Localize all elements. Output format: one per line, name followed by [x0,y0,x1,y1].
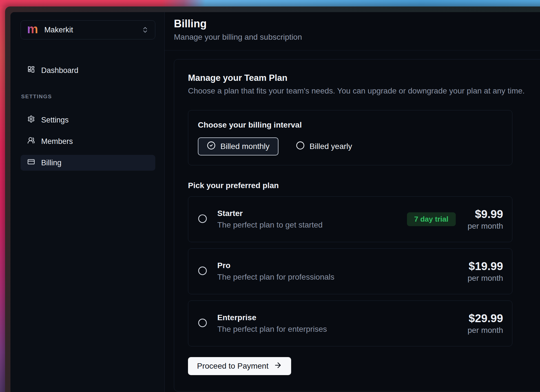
sidebar-item-settings[interactable]: Settings [21,112,155,128]
circle-check-icon [207,141,216,152]
plan-row-enterprise[interactable]: Enterprise The perfect plan for enterpri… [188,300,512,346]
sidebar-item-label: Settings [41,116,69,124]
billed-yearly-label: Billed yearly [309,142,352,151]
plan-info: Enterprise The perfect plan for enterpri… [217,313,327,334]
price-block: $19.99 per month [468,260,503,283]
sidebar-item-billing[interactable]: Billing [21,155,155,171]
plan-description: The perfect plan for enterprises [217,325,327,334]
page-header: Billing Manage your billing and subscrip… [165,12,540,50]
plan-row-starter[interactable]: Starter The perfect plan to get started … [188,196,512,242]
plan-right: $19.99 per month [468,260,503,283]
plan-name: Pro [217,261,335,270]
team-selector[interactable]: m Makerkit [21,20,155,39]
billing-interval-options: Billed monthly Billed yearly [198,137,503,155]
sidebar-item-label: Billing [41,159,61,167]
plan-radio[interactable] [198,214,207,224]
price-block: $9.99 per month [468,208,503,231]
plan-price: $29.99 [468,312,503,325]
billed-monthly-option[interactable]: Billed monthly [198,137,278,155]
plan-price: $9.99 [468,208,503,220]
desktop-wallpaper-top [0,0,540,7]
sidebar-item-label: Members [41,137,73,146]
team-plan-card: Manage your Team Plan Choose a plan that… [174,59,540,391]
makerkit-logo-icon: m [27,23,38,35]
plan-row-pro[interactable]: Pro The perfect plan for professionals $… [188,248,512,294]
sidebar-item-members[interactable]: Members [21,133,155,149]
card-subtitle: Choose a plan that fits your team's need… [188,86,540,95]
gear-icon [27,115,35,125]
plan-info: Pro The perfect plan for professionals [217,261,335,282]
plan-right: 7 day trial $9.99 per month [407,208,503,231]
arrow-right-icon [274,361,282,371]
card-title: Manage your Team Plan [188,73,540,83]
plan-name: Starter [217,209,323,218]
billed-monthly-label: Billed monthly [220,142,269,151]
trial-badge: 7 day trial [407,212,456,226]
circle-icon [296,141,305,152]
plan-period: per month [468,222,503,231]
plan-radio[interactable] [198,266,207,277]
billing-interval-box: Choose your billing interval Billed mont… [188,110,512,165]
sidebar-item-dashboard[interactable]: Dashboard [21,63,155,78]
proceed-to-payment-button[interactable]: Proceed to Payment [188,357,291,375]
billing-interval-label: Choose your billing interval [198,121,503,130]
sidebar-item-label: Dashboard [41,66,78,75]
content-area: Manage your Team Plan Choose a plan that… [165,50,540,391]
chevrons-up-down-icon [141,26,149,34]
credit-card-icon [27,158,35,168]
plan-name: Enterprise [217,313,327,322]
plan-right: $29.99 per month [468,312,503,335]
main-content: Billing Manage your billing and subscrip… [165,12,540,392]
price-block: $29.99 per month [468,312,503,335]
page-subtitle: Manage your billing and subscription [174,33,540,42]
plan-price: $19.99 [468,260,503,273]
cta-label: Proceed to Payment [197,362,269,371]
plan-period: per month [468,326,503,335]
dashboard-icon [27,66,35,75]
plan-description: The perfect plan for professionals [217,273,335,282]
sidebar-nav: Dashboard SETTINGS Settings [21,63,155,171]
billed-yearly-option[interactable]: Billed yearly [296,141,352,152]
plan-period: per month [468,274,503,283]
page-title: Billing [174,18,540,30]
app-window: m Makerkit Dashboard [10,12,540,392]
users-icon [27,137,35,146]
plan-radio[interactable] [198,318,207,329]
team-name: Makerkit [44,26,73,34]
plan-description: The perfect plan to get started [217,220,323,230]
pick-plan-label: Pick your preferred plan [188,181,540,190]
sidebar-section-label: SETTINGS [21,93,155,100]
sidebar: m Makerkit Dashboard [10,12,165,392]
plan-info: Starter The perfect plan to get started [217,209,323,230]
